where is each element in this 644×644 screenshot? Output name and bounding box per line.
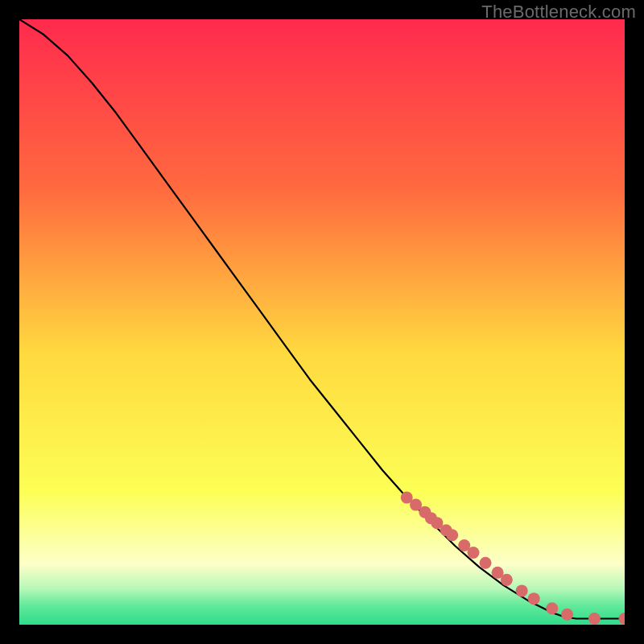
data-marker [588,613,601,625]
data-marker [561,609,573,621]
data-marker [516,584,528,597]
chart-svg [19,19,625,625]
data-marker [546,602,558,614]
plot-area [19,19,625,625]
data-marker [501,574,513,586]
data-marker [528,592,540,605]
chart-frame: TheBottleneck.com [0,0,644,644]
gradient-background [19,19,625,625]
data-marker [446,529,458,541]
data-marker [480,557,492,569]
data-marker [468,547,480,559]
